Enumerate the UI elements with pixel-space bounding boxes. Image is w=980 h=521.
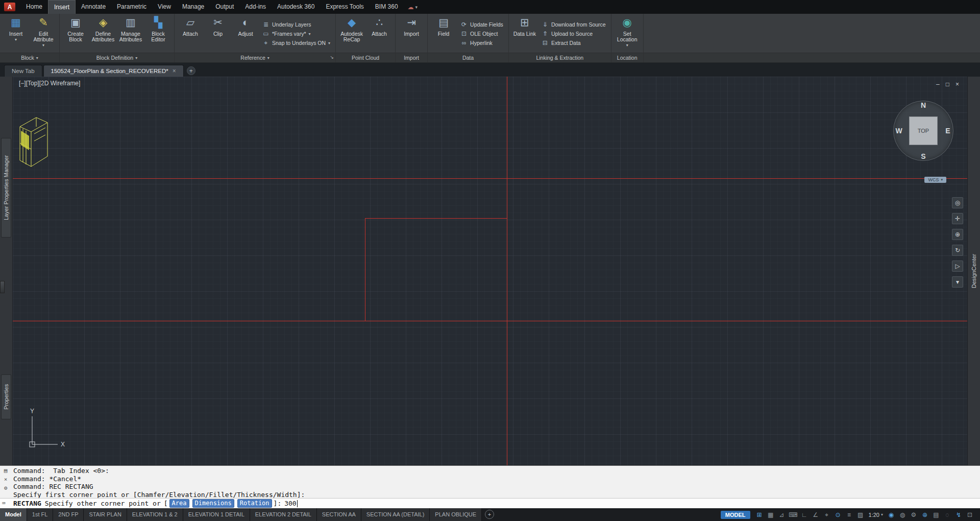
menu-tab-autodesk360[interactable]: Autodesk 360 [272,0,320,14]
menu-tab-insert[interactable]: Insert [48,0,76,14]
transparency-icon[interactable]: ▨ [855,510,866,520]
restore-icon[interactable]: □ [946,81,949,88]
annotation-autoscale-icon[interactable]: ◍ [897,510,908,520]
layout-tab-stair-plan[interactable]: STAIR PLAN [84,508,127,521]
minimize-icon[interactable]: – [936,81,940,88]
ribbon-options-menu[interactable]: ☁ ▾ [408,4,418,11]
set-location-button[interactable]: ◉ Set Location ▾ [614,15,641,52]
snap-to-underlays-dropdown[interactable]: ⌖ Snap to Underlays ON ▾ [262,39,330,46]
command-option-rotation[interactable]: Rotation [237,499,272,508]
download-from-source-button[interactable]: ⇓ Download from Source [542,21,606,28]
layout-tab-2nd-fp[interactable]: 2ND FP [53,508,84,521]
command-input-row[interactable]: ⌨ RECTANG Specify other corner point or … [0,498,980,508]
panel-label-data[interactable]: Data [428,53,508,62]
palette-grip[interactable] [0,281,5,293]
layout-tab-model[interactable]: Model [0,508,27,521]
graphics-performance-icon[interactable]: ↯ [953,510,964,520]
menu-tab-parametric[interactable]: Parametric [111,0,152,14]
edit-attribute-button[interactable]: ✎ Edit Attribute ▾ [30,15,57,52]
create-block-button[interactable]: ▣ Create Block [62,15,89,52]
block-editor-button[interactable]: ▚ Block Editor [145,15,172,52]
layout-tab-1st-fl[interactable]: 1st FL [27,508,54,521]
quick-properties-icon[interactable]: ▤ [931,510,941,520]
autocad-logo-icon[interactable]: A [4,3,15,11]
pan-icon[interactable]: ✛ [952,213,963,224]
import-button[interactable]: ⇥ Import [398,15,425,52]
navbar-menu-icon[interactable]: ▾ [952,276,963,288]
update-fields-button[interactable]: ⟳ Update Fields [460,21,503,28]
close-icon[interactable]: × [173,65,176,77]
frames-vary-dropdown[interactable]: ▭ *Frames vary* ▾ [262,30,330,37]
menu-tab-bim360[interactable]: BIM 360 [370,0,404,14]
layout-tab-elevation-1-2[interactable]: ELEVATION 1 & 2 [127,508,183,521]
layout-tab-section-aa-detail[interactable]: SECTION AA (DETAIL) [361,508,430,521]
menu-tab-home[interactable]: Home [20,0,48,14]
file-tab-active-drawing[interactable]: 150524_FloorPlan & Section_RECOVERED* × [43,65,184,77]
dialog-launcher-icon[interactable]: ↘ [330,55,334,60]
file-tab-new[interactable]: New Tab [4,65,42,77]
menu-tab-addins[interactable]: Add-ins [239,0,272,14]
layout-tab-elevation-2-detail[interactable]: ELEVATION 2 DETAIL [250,508,317,521]
adjust-button[interactable]: ◐ Adjust [232,15,259,52]
isolate-objects-icon[interactable]: ◌ [942,510,952,520]
panel-label-block[interactable]: Block ▾ [0,53,59,62]
command-history-icon[interactable]: ▤ [4,467,8,474]
command-option-area[interactable]: Area [169,499,189,508]
grid-display-icon[interactable]: ⊞ [754,510,765,520]
close-icon[interactable]: × [955,81,959,88]
viewcube-north[interactable]: N [919,101,927,109]
command-line-palette[interactable]: ▤ × ⚙ Command: Tab Index <0>: Command: *… [0,465,980,508]
menu-tab-manage[interactable]: Manage [177,0,210,14]
menu-tab-annotate[interactable]: Annotate [76,0,111,14]
panel-label-location[interactable]: Location [611,53,643,62]
designcenter-palette-tab[interactable]: DesignCenter [971,254,977,288]
command-customize-icon[interactable]: ⚙ [4,485,8,491]
panel-label-block-definition[interactable]: Block Definition ▾ [60,53,174,62]
model-space-button[interactable]: MODEL [721,511,750,519]
dynamic-input-icon[interactable]: ⌨ [788,510,798,520]
autodesk-recap-button[interactable]: ◆ Autodesk ReCap [338,15,365,52]
ortho-mode-icon[interactable]: ∟ [799,510,810,520]
command-option-dimensions[interactable]: Dimensions [192,499,234,508]
insert-button[interactable]: ▦ Insert ▾ [3,15,29,52]
new-drawing-button[interactable]: + [187,66,195,75]
panel-label-point-cloud[interactable]: Point Cloud [336,53,395,62]
menu-tab-output[interactable]: Output [210,0,239,14]
annotation-monitor-icon[interactable]: ⊕ [920,510,930,520]
upload-to-source-button[interactable]: ⇑ Upload to Source [542,30,606,37]
ole-object-button[interactable]: ⊡ OLE Object [460,30,503,37]
define-attributes-button[interactable]: ◈ Define Attributes [90,15,116,52]
command-close-icon[interactable]: × [4,476,8,483]
attach-button[interactable]: ▱ Attach [177,15,204,52]
viewcube-west[interactable]: W [895,127,903,135]
underlay-layers-button[interactable]: ≣ Underlay Layers [262,21,330,28]
layout-tab-plan-oblique[interactable]: PLAN OBLIQUE [430,508,482,521]
new-layout-button[interactable]: + [485,510,494,519]
layout-tab-elevation-1-detail[interactable]: ELEVATION 1 DETAIL [183,508,250,521]
viewport-visual-style-control[interactable]: [2D Wireframe] [39,80,81,87]
panel-label-import[interactable]: Import [396,53,427,62]
object-snap-icon[interactable]: ⊙ [833,510,843,520]
menu-tab-express-tools[interactable]: Express Tools [320,0,369,14]
field-button[interactable]: ▤ Field [430,15,457,52]
data-link-button[interactable]: ⊞ Data Link [511,15,538,52]
lineweight-icon[interactable]: ≡ [844,510,854,520]
viewcube-south[interactable]: S [919,152,927,160]
annotation-visibility-icon[interactable]: ◉ [886,510,896,520]
viewcube-top-face[interactable]: TOP [909,116,938,145]
attach-point-cloud-button[interactable]: ∴ Attach [366,15,393,52]
menu-tab-view[interactable]: View [152,0,177,14]
hyperlink-button[interactable]: ∞ Hyperlink [460,39,503,46]
viewcube-east[interactable]: E [944,127,952,135]
extract-data-button[interactable]: ⊟ Extract Data [542,39,606,46]
properties-palette-tab[interactable]: Properties [1,374,11,419]
manage-attributes-button[interactable]: ▥ Manage Attributes [117,15,144,52]
snap-mode-icon[interactable]: ▦ [766,510,776,520]
panel-label-linking-extraction[interactable]: Linking & Extraction [509,53,611,62]
panel-label-reference[interactable]: Reference ▾ ↘ [175,53,335,62]
zoom-icon[interactable]: ⊕ [952,229,963,240]
clean-screen-icon[interactable]: ⊡ [965,510,975,520]
annotation-scale-dropdown[interactable]: 1:20 ▾ [869,512,883,518]
object-snap-tracking-icon[interactable]: ⌖ [822,510,832,520]
clip-button[interactable]: ✂ Clip [205,15,231,52]
